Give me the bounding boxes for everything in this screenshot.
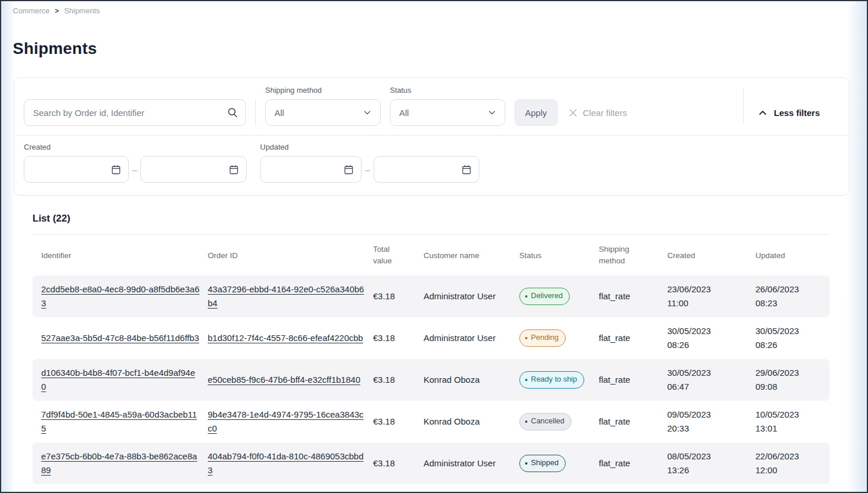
updated-date-filter: Updated – — [260, 143, 479, 183]
breadcrumb: Commerce > Shipments — [1, 1, 867, 15]
clear-filters-button[interactable]: Clear filters — [567, 99, 627, 126]
identifier-cell: 7df9f4bd-50e1-4845-a59a-60d3acbeb115 — [41, 408, 208, 436]
shipping-method-value: All — [274, 108, 284, 118]
search-input[interactable] — [24, 99, 246, 126]
updated-date: 10/05/2023 — [755, 408, 822, 422]
customer-name-cell: Administrator User — [424, 331, 519, 345]
list-title: List (22) — [32, 213, 830, 224]
customer-name-cell: Administrator User — [424, 289, 519, 303]
range-dash: – — [132, 165, 137, 175]
breadcrumb-separator-icon: > — [55, 7, 59, 15]
status-badge-label: Ready to ship — [531, 374, 577, 386]
order-id-link[interactable]: 43a37296-ebbd-4164-92e0-c526a340b6b4 — [208, 284, 364, 308]
created-date: 09/05/2023 — [667, 408, 747, 422]
chevron-down-icon — [363, 108, 372, 117]
status-cell: Ready to ship — [519, 371, 599, 389]
calendar-icon[interactable] — [111, 164, 121, 175]
order-id-link[interactable]: 9b4e3478-1e4d-4974-9795-16cea3843cc0 — [208, 409, 364, 433]
calendar-icon[interactable] — [343, 164, 354, 175]
status-cell: Delivered — [519, 288, 599, 305]
created-time: 06:47 — [667, 380, 747, 394]
customer-name-cell: Konrad Oboza — [424, 415, 519, 429]
customer-name-cell: Administrator User — [424, 456, 519, 470]
created-from-input[interactable] — [31, 165, 111, 175]
identifier-cell: d106340b-b4b8-4f07-bcf1-b4e4d9af94e0 — [41, 366, 208, 394]
identifier-link[interactable]: d106340b-b4b8-4f07-bcf1-b4e4d9af94e0 — [41, 368, 195, 392]
shipping-method-label: Shipping method — [265, 86, 381, 95]
updated-date: 30/05/2023 — [755, 324, 822, 338]
identifier-cell: 2cdd5eb8-e8a0-4ec8-99d0-a8f5db6e3a63 — [41, 282, 208, 310]
updated-from-field — [260, 156, 361, 183]
status-dot-icon — [525, 295, 527, 298]
created-time: 08:26 — [667, 338, 747, 352]
table-header: Identifier Order ID Total value Customer… — [32, 235, 830, 276]
status-cell: Cancelled — [519, 413, 599, 430]
created-time: 11:00 — [667, 296, 747, 310]
table-row: 7df9f4bd-50e1-4845-a59a-60d3acbeb115 9b4… — [32, 401, 830, 443]
order-id-link[interactable]: b1d30f12-7f4c-4557-8c66-efeaf4220cbb — [208, 333, 363, 343]
status-filter: Status All — [390, 86, 505, 126]
column-header-order-id: Order ID — [208, 251, 373, 260]
column-header-total-value: Total value — [373, 244, 409, 266]
filter-divider — [255, 99, 256, 126]
status-badge: Ready to ship — [519, 371, 584, 389]
column-header-identifier: Identifier — [41, 251, 208, 260]
table-row: e7e375cb-6b0b-4e7a-88b3-be862ace8a89 404… — [32, 443, 830, 484]
updated-cell: 30/05/2023 08:26 — [755, 324, 830, 352]
updated-to-input[interactable] — [381, 165, 461, 175]
updated-time: 13:01 — [755, 422, 822, 436]
shipping-method-select[interactable]: All — [265, 99, 381, 126]
created-cell: 09/05/2023 20:33 — [667, 408, 755, 436]
updated-date: 22/06/2023 — [755, 449, 822, 463]
shipping-method-cell: flat_rate — [599, 289, 667, 303]
calendar-icon[interactable] — [229, 164, 239, 175]
identifier-link[interactable]: 527aae3a-5b5d-47c8-84be-b56f11d6ffb3 — [41, 333, 199, 343]
updated-from-input[interactable] — [267, 165, 343, 175]
shipping-method-cell: flat_rate — [599, 331, 667, 345]
status-badge-label: Delivered — [531, 290, 563, 302]
identifier-link[interactable]: 2cdd5eb8-e8a0-4ec8-99d0-a8f5db6e3a63 — [41, 284, 200, 308]
status-select[interactable]: All — [390, 99, 505, 126]
status-dot-icon — [525, 379, 527, 381]
status-dot-icon — [525, 420, 527, 423]
total-value-cell: €3.18 — [373, 331, 424, 345]
table-row: 2cdd5eb8-e8a0-4ec8-99d0-a8f5db6e3a63 43a… — [32, 276, 830, 317]
shipping-method-cell: flat_rate — [599, 373, 667, 387]
breadcrumb-item-shipments[interactable]: Shipments — [64, 6, 100, 15]
order-id-cell: 43a37296-ebbd-4164-92e0-c526a340b6b4 — [208, 282, 373, 310]
status-badge: Cancelled — [519, 413, 572, 430]
order-id-cell: 9b4e3478-1e4d-4974-9795-16cea3843cc0 — [208, 408, 373, 436]
apply-button[interactable]: Apply — [515, 99, 558, 126]
table-row: 527aae3a-5b5d-47c8-84be-b56f11d6ffb3 b1d… — [32, 317, 830, 359]
created-cell: 30/05/2023 08:26 — [667, 324, 755, 352]
updated-to-field — [374, 156, 479, 183]
identifier-link[interactable]: e7e375cb-6b0b-4e7a-88b3-be862ace8a89 — [41, 451, 197, 475]
order-id-link[interactable]: e50ceb85-f9c6-47b6-bff4-e32cff1b1840 — [208, 375, 360, 385]
created-date: 30/05/2023 — [667, 366, 747, 380]
filters-panel: Shipping method All Status All Apply Cle… — [14, 77, 849, 195]
created-cell: 30/05/2023 06:47 — [667, 366, 755, 394]
filters-row-dates: Created – — [15, 135, 849, 195]
created-from-field — [24, 156, 129, 183]
order-id-cell: e50ceb85-f9c6-47b6-bff4-e32cff1b1840 — [208, 373, 373, 387]
status-badge-label: Pending — [531, 332, 559, 344]
chevron-up-icon — [758, 108, 768, 118]
range-dash: – — [365, 165, 370, 175]
less-filters-toggle[interactable]: Less filters — [758, 99, 820, 126]
updated-time: 09:08 — [755, 380, 822, 394]
updated-cell: 22/06/2023 12:00 — [755, 449, 830, 477]
status-value: All — [399, 108, 409, 118]
order-id-link[interactable]: 404ab794-f0f0-41da-810c-4869053cbbd3 — [208, 451, 364, 475]
page-title: Shipments — [13, 39, 867, 58]
search-icon[interactable] — [227, 107, 238, 118]
created-to-input[interactable] — [148, 165, 229, 175]
updated-time: 08:26 — [755, 338, 822, 352]
status-dot-icon — [525, 462, 527, 465]
updated-label: Updated — [260, 143, 479, 151]
identifier-cell: e7e375cb-6b0b-4e7a-88b3-be862ace8a89 — [41, 449, 208, 477]
total-value-cell: €3.18 — [373, 289, 424, 303]
identifier-link[interactable]: 7df9f4bd-50e1-4845-a59a-60d3acbeb115 — [41, 409, 197, 433]
calendar-icon[interactable] — [461, 164, 472, 175]
breadcrumb-item-commerce[interactable]: Commerce — [13, 6, 50, 15]
close-icon — [567, 107, 578, 118]
